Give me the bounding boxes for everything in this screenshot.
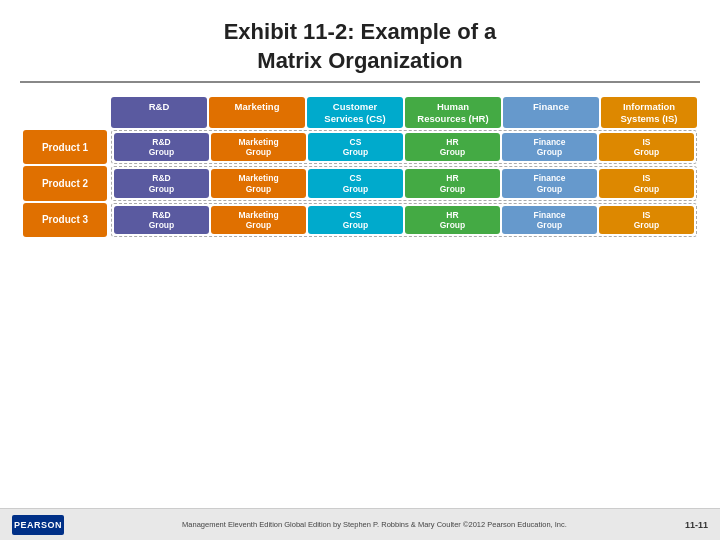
header-cell-mkt: Marketing bbox=[209, 97, 305, 128]
footer: PEARSON Management Eleventh Edition Glob… bbox=[0, 508, 720, 540]
data-cell-r1-c6: ISGroup bbox=[599, 133, 694, 161]
data-cell-r1-c5: FinanceGroup bbox=[502, 133, 597, 161]
data-cell-r3-c2: MarketingGroup bbox=[211, 206, 306, 234]
data-cell-r3-c5: FinanceGroup bbox=[502, 206, 597, 234]
data-cell-r2-c5: FinanceGroup bbox=[502, 169, 597, 197]
header-cell-cs: CustomerServices (CS) bbox=[307, 97, 403, 128]
row-cells-2: R&DGroupMarketingGroupCSGroupHRGroupFina… bbox=[111, 166, 697, 200]
data-cell-r3-c3: CSGroup bbox=[308, 206, 403, 234]
data-cell-r1-c2: MarketingGroup bbox=[211, 133, 306, 161]
title-line2: Matrix Organization bbox=[257, 48, 462, 73]
footer-page: 11-11 bbox=[685, 520, 708, 530]
row-cells-1: R&DGroupMarketingGroupCSGroupHRGroupFina… bbox=[111, 130, 697, 164]
logo-text: PEARSON bbox=[14, 520, 62, 530]
row-label-1: Product 1 bbox=[23, 130, 107, 164]
header-cells: R&DMarketingCustomerServices (CS)HumanRe… bbox=[111, 97, 697, 128]
matrix-row-1: Product 1R&DGroupMarketingGroupCSGroupHR… bbox=[23, 130, 697, 164]
header-cell-rnd: R&D bbox=[111, 97, 207, 128]
matrix-wrapper: R&DMarketingCustomerServices (CS)HumanRe… bbox=[15, 93, 705, 243]
matrix-row-3: Product 3R&DGroupMarketingGroupCSGroupHR… bbox=[23, 203, 697, 237]
row-label-3: Product 3 bbox=[23, 203, 107, 237]
slide-title: Exhibit 11-2: Example of a Matrix Organi… bbox=[224, 18, 497, 75]
pearson-logo: PEARSON bbox=[12, 515, 64, 535]
data-cell-r2-c6: ISGroup bbox=[599, 169, 694, 197]
slide-container: Exhibit 11-2: Example of a Matrix Organi… bbox=[0, 0, 720, 540]
matrix-rows: Product 1R&DGroupMarketingGroupCSGroupHR… bbox=[23, 130, 697, 237]
title-area: Exhibit 11-2: Example of a Matrix Organi… bbox=[224, 18, 497, 75]
matrix-header: R&DMarketingCustomerServices (CS)HumanRe… bbox=[23, 97, 697, 128]
data-cell-r2-c3: CSGroup bbox=[308, 169, 403, 197]
data-cell-r1-c3: CSGroup bbox=[308, 133, 403, 161]
footer-copyright: Management Eleventh Edition Global Editi… bbox=[64, 520, 685, 529]
title-divider bbox=[20, 81, 700, 83]
footer-logo: PEARSON bbox=[12, 515, 64, 535]
data-cell-r3-c6: ISGroup bbox=[599, 206, 694, 234]
matrix-row-2: Product 2R&DGroupMarketingGroupCSGroupHR… bbox=[23, 166, 697, 200]
data-cell-r2-c4: HRGroup bbox=[405, 169, 500, 197]
header-cell-hr: HumanResources (HR) bbox=[405, 97, 501, 128]
data-cell-r3-c1: R&DGroup bbox=[114, 206, 209, 234]
data-cell-r1-c1: R&DGroup bbox=[114, 133, 209, 161]
data-cell-r2-c1: R&DGroup bbox=[114, 169, 209, 197]
data-cell-r2-c2: MarketingGroup bbox=[211, 169, 306, 197]
row-cells-3: R&DGroupMarketingGroupCSGroupHRGroupFina… bbox=[111, 203, 697, 237]
row-label-2: Product 2 bbox=[23, 166, 107, 200]
data-cell-r1-c4: HRGroup bbox=[405, 133, 500, 161]
header-cell-is: InformationSystems (IS) bbox=[601, 97, 697, 128]
data-cell-r3-c4: HRGroup bbox=[405, 206, 500, 234]
header-cell-fin: Finance bbox=[503, 97, 599, 128]
title-line1: Exhibit 11-2: Example of a bbox=[224, 19, 497, 44]
